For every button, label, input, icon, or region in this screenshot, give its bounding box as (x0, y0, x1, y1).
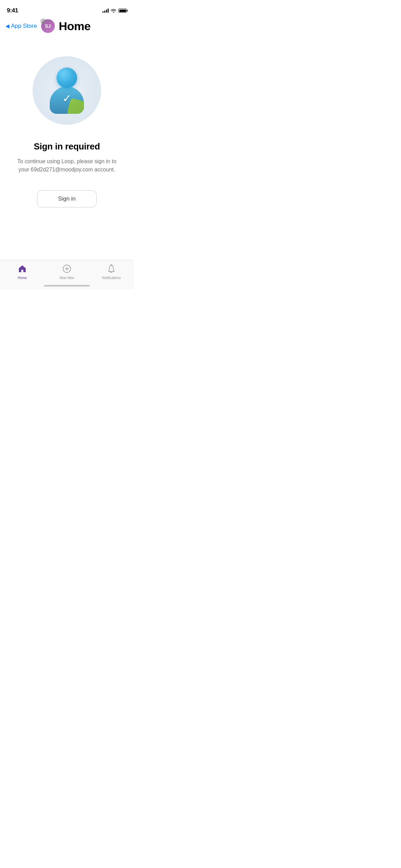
tab-notifications[interactable]: Notifications (98, 264, 125, 280)
tab-notifications-label: Notifications (102, 276, 121, 280)
back-chevron-icon: ◀ (5, 23, 10, 29)
back-button[interactable]: ◀ App Store (5, 23, 37, 29)
avatar-container: SJ (41, 19, 55, 33)
person-head-icon (57, 68, 77, 88)
signin-illustration: ✓ (33, 56, 101, 125)
page-title: Home (59, 20, 90, 33)
status-icons (102, 9, 127, 13)
person-figure: ✓ (50, 68, 84, 114)
battery-icon (118, 9, 127, 13)
tab-home[interactable]: Home (9, 264, 36, 280)
signal-icon (102, 9, 109, 13)
home-indicator (44, 285, 90, 287)
avatar-badge (40, 19, 46, 24)
status-time: 9:41 (7, 7, 18, 14)
back-label: App Store (11, 23, 37, 29)
person-body-icon: ✓ (50, 86, 84, 114)
tab-new-idea[interactable]: New Idea (53, 264, 81, 280)
signin-title: Sign in required (34, 141, 100, 152)
nav-bar: ◀ App Store SJ Home (0, 16, 134, 36)
plus-circle-icon (62, 264, 71, 275)
tab-new-idea-label: New Idea (60, 276, 74, 280)
checkmark-icon: ✓ (62, 92, 72, 105)
home-icon (18, 264, 27, 275)
status-bar: 9:41 (0, 0, 134, 16)
signin-button[interactable]: Sign in (37, 190, 96, 207)
bell-icon (107, 264, 116, 275)
signin-description: To continue using Loop, please sign in t… (14, 157, 120, 174)
wifi-icon (111, 9, 116, 13)
tab-home-label: Home (18, 276, 27, 280)
main-content: ✓ Sign in required To continue using Loo… (0, 36, 134, 207)
